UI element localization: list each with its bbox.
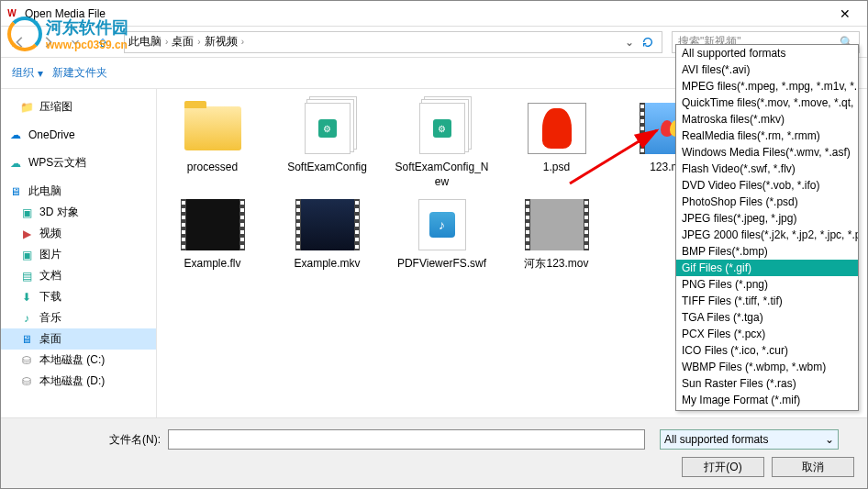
chevron-right-icon: ›	[241, 37, 244, 47]
file-item[interactable]: 河东123.mov	[508, 196, 605, 272]
titlebar: W Open Media File ✕	[1, 1, 867, 27]
sidebar: 📁压缩图 ☁OneDrive ☁WPS云文档 🖥此电脑 ▣3D 对象 ▶视频 ▣…	[1, 89, 157, 417]
psd-thumb	[528, 103, 586, 154]
chevron-down-icon: ⌄	[825, 433, 834, 446]
sidebar-item-wps[interactable]: ☁WPS云文档	[1, 152, 156, 173]
sidebar-item-desktop[interactable]: 🖥桌面	[1, 328, 156, 350]
file-item[interactable]: 1.psd	[508, 100, 605, 189]
new-folder-button[interactable]: 新建文件夹	[52, 65, 107, 81]
window-title: Open Media File	[25, 7, 827, 20]
filetype-option[interactable]: TIFF Files (*.tiff, *.tif)	[676, 293, 858, 309]
sidebar-item-pictures[interactable]: ▣图片	[1, 244, 156, 265]
app-icon: W	[5, 6, 19, 21]
filetype-option[interactable]: WBMP Files (*.wbmp, *.wbm)	[676, 359, 858, 375]
music-icon: ♪	[19, 311, 34, 326]
filetype-option[interactable]: DVD Video Files(*.vob, *.ifo)	[676, 177, 858, 194]
disk-icon: ⛁	[19, 353, 34, 368]
file-item[interactable]: Example.mkv	[279, 196, 375, 272]
recent-button[interactable]	[63, 30, 87, 54]
video-thumb	[181, 199, 245, 250]
filetype-option[interactable]: Windows Media Files(*.wmv, *.asf)	[676, 144, 858, 161]
breadcrumb-dropdown-icon[interactable]: ⌄	[625, 36, 634, 49]
config-icon: ⚙	[305, 103, 351, 154]
file-item[interactable]: processed	[164, 100, 261, 189]
chevron-right-icon: ›	[165, 37, 168, 47]
video-thumb	[525, 199, 589, 250]
swf-icon: ♪	[418, 199, 466, 250]
config-icon: ⚙	[419, 103, 465, 154]
up-button[interactable]	[91, 30, 115, 54]
picture-icon: ▣	[19, 248, 34, 262]
filetype-option[interactable]: TGA Files (*.tga)	[676, 309, 858, 326]
chevron-right-icon: ›	[197, 37, 200, 47]
filetype-option[interactable]: JPEG 2000 files(*.j2k, *.jp2, *.jpc, *.p	[676, 227, 858, 243]
chevron-down-icon: ▾	[38, 67, 43, 80]
folder-icon: 📁	[19, 100, 34, 115]
filetype-option[interactable]: AVI files(*.avi)	[676, 61, 858, 78]
video-icon: ▶	[19, 227, 34, 241]
breadcrumb[interactable]: 此电脑 › 桌面 › 新视频 › ⌄	[124, 31, 662, 53]
footer: 文件名(N): All supported formats ⌄ 打开(O) 取消	[1, 417, 867, 488]
cloud-icon: ☁	[8, 156, 23, 171]
open-button[interactable]: 打开(O)	[682, 457, 764, 477]
filename-label: 文件名(N):	[14, 432, 161, 448]
download-icon: ⬇	[19, 290, 34, 305]
cancel-button[interactable]: 取消	[772, 457, 854, 477]
filetype-option[interactable]: ICO Files (*.ico, *.cur)	[676, 342, 858, 359]
filetype-option[interactable]: PhotoShop Files (*.psd)	[676, 194, 858, 210]
forward-button[interactable]	[36, 30, 60, 54]
cube-icon: ▣	[19, 206, 34, 220]
organize-button[interactable]: 组织 ▾	[12, 65, 43, 81]
filename-input[interactable]	[168, 429, 645, 450]
doc-icon: ▤	[19, 269, 34, 283]
filetype-option[interactable]: PNG Files (*.png)	[676, 276, 858, 293]
filetype-option[interactable]: BMP Files(*.bmp)	[676, 243, 858, 260]
breadcrumb-folder[interactable]: 新视频	[205, 34, 238, 50]
filetype-option[interactable]: Flash Video(*.swf, *.flv)	[676, 161, 858, 177]
filetype-option[interactable]: QuickTime files(*.mov, *.move, *.qt,	[676, 94, 858, 111]
sidebar-item-onedrive[interactable]: ☁OneDrive	[1, 125, 156, 145]
file-item[interactable]: ⚙SoftExamConfig_New	[394, 100, 490, 189]
filetype-dropdown[interactable]: All supported formatsAVI files(*.avi)MPE…	[675, 44, 859, 411]
filetype-option[interactable]: My Image Format (*.mif)	[676, 392, 858, 408]
filetype-option[interactable]: JPEG files(*.jpeg, *.jpg)	[676, 210, 858, 227]
file-item[interactable]: ⚙SoftExamConfig	[279, 100, 375, 189]
disk-icon: ⛁	[19, 374, 34, 389]
filetype-option[interactable]: Sun Raster Files (*.ras)	[676, 375, 858, 392]
sidebar-item-videos[interactable]: ▶视频	[1, 223, 156, 244]
sidebar-item-thispc[interactable]: 🖥此电脑	[1, 181, 156, 202]
cloud-icon: ☁	[8, 128, 23, 142]
filetype-option[interactable]: Matroska files(*.mkv)	[676, 111, 858, 128]
sidebar-item-3d[interactable]: ▣3D 对象	[1, 202, 156, 223]
filetype-option[interactable]: All supported formats	[676, 45, 858, 61]
filetype-option[interactable]: Portable Graymap (*.pgm, *.ppm)	[676, 408, 858, 411]
video-thumb	[295, 199, 360, 250]
sidebar-item-documents[interactable]: ▤文档	[1, 265, 156, 286]
filetype-select[interactable]: All supported formats ⌄	[660, 429, 839, 450]
filetype-option[interactable]: Gif Files (*.gif)	[676, 260, 858, 276]
folder-icon	[184, 106, 241, 150]
back-button[interactable]	[8, 30, 32, 54]
pc-icon: 🖥	[8, 184, 23, 199]
sidebar-item-diskc[interactable]: ⛁本地磁盘 (C:)	[1, 350, 156, 371]
file-item[interactable]: ♪PDFViewerFS.swf	[394, 196, 490, 272]
breadcrumb-pc[interactable]: 此电脑	[128, 34, 161, 50]
sidebar-item-music[interactable]: ♪音乐	[1, 307, 156, 328]
refresh-button[interactable]	[638, 36, 658, 49]
sidebar-item-diskd[interactable]: ⛁本地磁盘 (D:)	[1, 371, 156, 392]
filetype-option[interactable]: PCX Files (*.pcx)	[676, 326, 858, 342]
sidebar-item-zip[interactable]: 📁压缩图	[1, 96, 156, 117]
file-item[interactable]: Example.flv	[164, 196, 261, 272]
filetype-option[interactable]: MPEG files(*.mpeg, *.mpg, *.m1v, *.	[676, 78, 858, 94]
filetype-option[interactable]: RealMedia files(*.rm, *.rmm)	[676, 128, 858, 144]
close-button[interactable]: ✕	[827, 1, 863, 26]
sidebar-item-downloads[interactable]: ⬇下载	[1, 286, 156, 307]
desktop-icon: 🖥	[19, 332, 34, 347]
breadcrumb-desktop[interactable]: 桌面	[172, 34, 194, 50]
